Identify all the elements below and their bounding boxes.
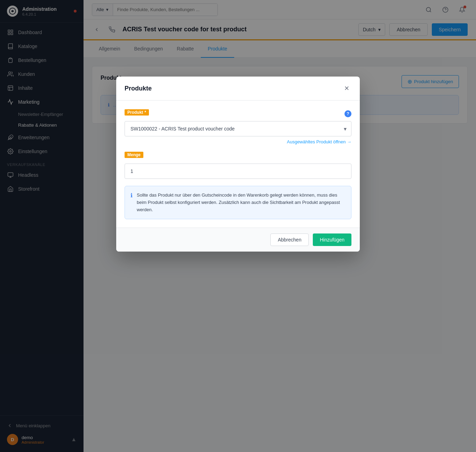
product-label-row: Produkt * ? xyxy=(125,109,351,118)
product-select[interactable]: SW1000022 - ACRIS Test product voucher c… xyxy=(125,121,351,136)
modal-add-button[interactable]: Hinzufügen xyxy=(313,233,351,246)
modal-header: Produkte ✕ xyxy=(116,77,360,101)
modal-body: Produkt * ? SW1000022 - ACRIS Test produ… xyxy=(116,101,360,228)
modal-footer: Abbrechen Hinzufügen xyxy=(116,228,360,252)
info-icon: ℹ xyxy=(130,192,133,213)
modal-title: Produkte xyxy=(125,85,152,92)
product-label: Produkt * xyxy=(125,109,149,116)
modal-produkte: Produkte ✕ Produkt * ? SW1000022 - ACRIS… xyxy=(116,77,360,252)
info-box: ℹ Sollte das Produkt nur über den Gutsch… xyxy=(125,186,351,219)
modal-overlay: Produkte ✕ Produkt * ? SW1000022 - ACRIS… xyxy=(0,0,476,452)
product-select-wrapper: SW1000022 - ACRIS Test product voucher c… xyxy=(125,121,351,136)
open-product-link[interactable]: Ausgewähltes Produkt öffnen → xyxy=(125,139,351,144)
modal-close-button[interactable]: ✕ xyxy=(342,84,351,93)
menge-input[interactable] xyxy=(125,164,351,179)
info-text: Sollte das Produkt nur über den Gutschei… xyxy=(137,192,346,213)
modal-cancel-button[interactable]: Abbrechen xyxy=(270,233,309,246)
menge-label: Menge xyxy=(125,152,143,158)
product-help-icon[interactable]: ? xyxy=(344,110,351,117)
